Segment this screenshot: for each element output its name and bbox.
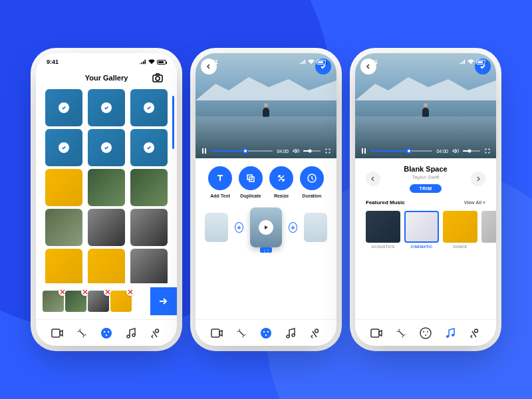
action-duration[interactable]: Duration: [300, 166, 324, 198]
add-clip-button[interactable]: +: [235, 222, 243, 233]
scroll-indicator[interactable]: [172, 96, 174, 149]
svg-point-16: [263, 331, 265, 332]
video-preview[interactable]: 04:00: [355, 53, 496, 158]
battery-icon: [476, 60, 485, 65]
duration-label: 04:00: [436, 149, 448, 154]
tab-settings[interactable]: [468, 327, 481, 340]
svg-point-15: [261, 328, 271, 338]
tab-settings[interactable]: [309, 327, 322, 340]
gallery-thumb[interactable]: [88, 249, 125, 283]
video-preview[interactable]: 04:00: [196, 53, 336, 158]
svg-point-8: [132, 334, 135, 336]
tab-settings[interactable]: [149, 327, 162, 340]
action-add-text[interactable]: Add Text: [208, 166, 232, 198]
selected-thumb[interactable]: [110, 291, 132, 312]
tab-effects[interactable]: [235, 327, 248, 340]
svg-point-6: [106, 334, 107, 335]
wifi-icon: [148, 59, 155, 65]
wifi-icon: [467, 59, 474, 65]
tab-music[interactable]: [444, 327, 457, 340]
volume-track[interactable]: [463, 150, 480, 152]
svg-point-18: [265, 334, 267, 335]
phone-edit: 9:41 04:00 Add Text Duplicate Resize Dur…: [196, 53, 336, 346]
gallery-thumb[interactable]: [130, 89, 168, 126]
svg-point-7: [127, 335, 130, 338]
music-category[interactable]: [481, 211, 496, 249]
fullscreen-icon[interactable]: [325, 148, 331, 154]
tab-effects[interactable]: [75, 327, 88, 340]
status-time: 9:41: [206, 59, 218, 65]
duration-label: 04:00: [277, 149, 289, 154]
svg-rect-2: [52, 329, 60, 337]
camera-button[interactable]: [150, 70, 165, 85]
svg-point-28: [446, 335, 449, 338]
music-category[interactable]: ACOUSTICS: [366, 211, 400, 249]
fullscreen-icon[interactable]: [484, 148, 491, 154]
tab-bar: [36, 319, 177, 346]
check-icon: [144, 102, 154, 113]
gallery-thumb[interactable]: [45, 169, 82, 206]
pause-button[interactable]: [201, 148, 207, 154]
timeline-clip[interactable]: [205, 213, 228, 242]
svg-point-24: [420, 328, 431, 338]
tab-effects[interactable]: [394, 327, 408, 340]
gallery-thumb[interactable]: [130, 249, 168, 283]
action-resize[interactable]: Resize: [269, 166, 293, 198]
phone-music: 9:41 04:00 Blank Space Taylor Swift: [355, 53, 496, 346]
remove-icon[interactable]: [126, 288, 134, 296]
selected-thumb[interactable]: [43, 291, 64, 312]
gallery-thumb[interactable]: [45, 89, 82, 126]
tab-edit[interactable]: [259, 327, 273, 340]
svg-point-19: [287, 335, 289, 338]
timeline-clip[interactable]: [304, 213, 327, 242]
volume-track[interactable]: [303, 150, 321, 152]
gallery-thumb[interactable]: [130, 209, 168, 246]
tab-music[interactable]: [124, 327, 138, 340]
view-all-link[interactable]: View All »: [464, 200, 485, 205]
next-song-button[interactable]: [471, 172, 485, 186]
song-artist: Taylor Swift: [404, 174, 447, 180]
gallery-thumb[interactable]: [45, 129, 82, 166]
signal-icon: [140, 59, 146, 65]
status-bar: 9:41: [36, 53, 177, 66]
music-category[interactable]: CINEMATIC: [404, 211, 439, 249]
person-silhouette: [421, 103, 430, 116]
gallery-thumb[interactable]: [88, 129, 125, 166]
tab-music[interactable]: [284, 327, 297, 340]
music-category[interactable]: DANCE: [443, 211, 477, 249]
volume-icon[interactable]: [452, 148, 459, 154]
pause-button[interactable]: [360, 148, 367, 154]
gallery-thumb[interactable]: [130, 129, 168, 166]
gallery-thumb[interactable]: [45, 209, 82, 246]
tab-video[interactable]: [370, 327, 383, 340]
selection-row: [36, 283, 177, 319]
tab-edit[interactable]: [100, 327, 113, 340]
action-row: Add Text Duplicate Resize Duration: [196, 158, 336, 203]
timeline-clip-active[interactable]: [250, 207, 282, 247]
gallery-thumb[interactable]: [88, 169, 125, 206]
trim-button[interactable]: TRIM: [410, 184, 441, 193]
gallery-thumb[interactable]: [130, 169, 168, 206]
next-button[interactable]: [150, 287, 177, 315]
svg-point-3: [101, 328, 112, 338]
gallery-thumb[interactable]: [88, 209, 125, 246]
selected-thumb[interactable]: [65, 291, 86, 312]
svg-point-4: [104, 331, 105, 332]
tab-video[interactable]: [210, 327, 223, 340]
player-bar: 04:00: [360, 148, 491, 154]
progress-track[interactable]: [211, 150, 273, 152]
gallery-thumb[interactable]: [45, 249, 82, 283]
tab-bar: [355, 319, 496, 346]
phone-gallery: 9:41 Your Gallery: [36, 53, 177, 346]
check-icon: [101, 142, 112, 153]
gallery-thumb[interactable]: [88, 89, 125, 126]
selected-thumb[interactable]: [88, 291, 109, 312]
drag-handle-icon[interactable]: [260, 247, 272, 253]
prev-song-button[interactable]: [366, 172, 380, 186]
add-clip-button[interactable]: +: [289, 222, 297, 233]
tab-edit[interactable]: [419, 327, 432, 340]
action-duplicate[interactable]: Duplicate: [239, 166, 263, 198]
volume-icon[interactable]: [293, 148, 299, 154]
progress-track[interactable]: [371, 150, 432, 152]
tab-video[interactable]: [51, 327, 64, 340]
